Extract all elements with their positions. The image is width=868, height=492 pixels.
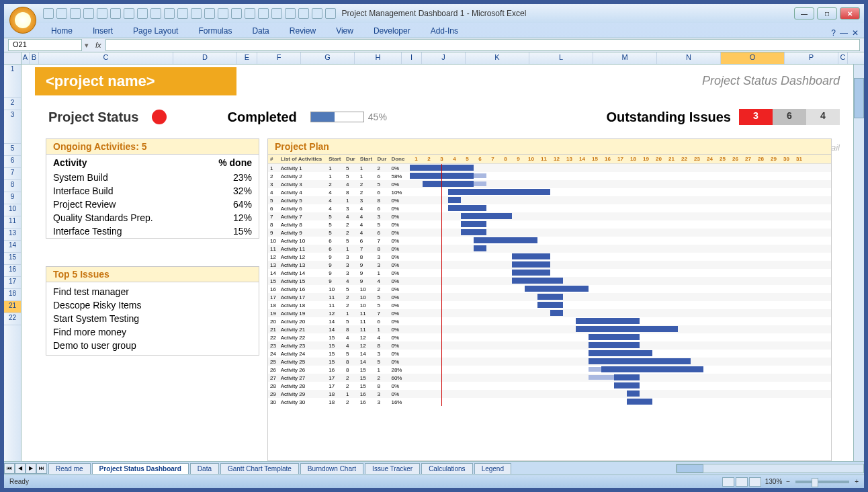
row-header[interactable]: 15 [4,253,21,265]
qat-btn[interactable] [285,8,296,19]
row-header[interactable]: 3 [4,110,21,144]
cells-grid[interactable]: <project name> Project Status Dashboard … [21,65,853,461]
row-header[interactable]: 18 [4,289,21,301]
row-header[interactable]: 5 [4,144,21,156]
col-header[interactable]: D [173,52,237,64]
sheet-tab[interactable]: Gantt Chart Template [220,463,299,474]
select-all-corner[interactable] [4,52,21,64]
qat-btn[interactable] [231,8,242,19]
normal-view-icon[interactable] [722,477,734,487]
project-name-cell[interactable]: <project name> [35,67,236,95]
maximize-button[interactable]: □ [817,7,837,19]
zoom-out-icon[interactable]: − [786,478,790,485]
row-header[interactable]: 22 [4,313,21,325]
row-header[interactable]: 2 [4,98,21,110]
qat-btn[interactable] [312,8,322,19]
col-header[interactable]: C [39,52,173,64]
zoom-slider[interactable] [795,481,849,483]
office-button[interactable] [9,7,36,34]
col-header[interactable]: M [593,52,657,64]
ribbon-tab-review[interactable]: Review [280,24,325,38]
col-header[interactable]: G [301,52,355,64]
tab-last-icon[interactable]: ⏭ [36,463,47,474]
ribbon-tab-home[interactable]: Home [42,24,82,38]
qat-btn[interactable] [271,8,282,19]
qat-btn[interactable] [124,8,134,19]
sheet-tab[interactable]: Data [190,463,219,474]
qat-btn[interactable] [83,8,94,19]
sheet-tab[interactable]: Project Status Dashboard [92,463,189,474]
namebox-dropdown-icon[interactable]: ▾ [82,41,91,50]
row-header[interactable]: 21 [4,301,21,313]
page-break-view-icon[interactable] [749,477,761,487]
tab-first-icon[interactable]: ⏮ [4,463,15,474]
col-header[interactable]: A [21,52,30,64]
col-header[interactable]: I [402,52,422,64]
sheet-tab[interactable]: Burndown Chart [300,463,363,474]
ribbon-tab-formulas[interactable]: Formulas [189,24,241,38]
row-header[interactable]: 8 [4,180,21,192]
row-header[interactable]: 7 [4,168,21,180]
col-header[interactable]: H [355,52,402,64]
col-header[interactable]: P [785,52,838,64]
workbook-close-icon[interactable]: ✕ [852,28,859,38]
row-header[interactable]: 9 [4,192,21,204]
col-header[interactable]: K [466,52,529,64]
col-header[interactable]: O [721,52,785,64]
col-header[interactable]: L [529,52,593,64]
row-header[interactable]: 1 [4,65,21,98]
project-plan-panel[interactable]: Project Plan #List of ActivitiesStartDur… [267,138,832,461]
qat-btn[interactable] [177,8,188,19]
sheet-tab[interactable]: Calculations [421,463,472,474]
vertical-scrollbar[interactable] [853,65,864,461]
col-header[interactable]: F [257,52,301,64]
sheet-tab[interactable]: Issue Tracker [365,463,420,474]
qat-btn[interactable] [204,8,215,19]
row-header[interactable]: 16 [4,265,21,277]
ribbon-tab-data[interactable]: Data [243,24,278,38]
qat-save-icon[interactable] [43,8,54,19]
row-header[interactable]: 6 [4,156,21,168]
qat-btn[interactable] [325,8,336,19]
formula-bar[interactable] [105,39,860,51]
ribbon-tab-add-ins[interactable]: Add-Ins [421,24,468,38]
qat-redo-icon[interactable] [70,8,81,19]
row-header[interactable]: 14 [4,241,21,253]
ribbon-minimize-icon[interactable]: — [840,28,848,38]
col-header[interactable]: N [657,52,721,64]
row-header[interactable]: 11 [4,216,21,229]
fx-icon[interactable]: fx [91,41,105,49]
col-header[interactable]: C [838,52,848,64]
name-box[interactable]: O21 [8,39,82,51]
qat-btn[interactable] [97,8,107,19]
col-header[interactable]: B [30,52,39,64]
ribbon-tab-insert[interactable]: Insert [83,24,122,38]
horizontal-scrollbar[interactable] [676,464,864,473]
row-header[interactable]: 10 [4,204,21,216]
qat-btn[interactable] [137,8,148,19]
page-layout-view-icon[interactable] [736,477,748,487]
row-header[interactable]: 17 [4,277,21,289]
tab-prev-icon[interactable]: ◀ [15,463,26,474]
ribbon-tab-view[interactable]: View [327,24,363,38]
ribbon-tab-developer[interactable]: Developer [364,24,420,38]
tab-next-icon[interactable]: ▶ [26,463,36,474]
zoom-percent[interactable]: 130% [765,478,783,485]
ribbon-tab-page-layout[interactable]: Page Layout [124,24,187,38]
zoom-in-icon[interactable]: + [855,478,859,485]
qat-btn[interactable] [164,8,175,19]
sheet-tab[interactable]: Read me [48,463,91,474]
sheet-tab[interactable]: Legend [474,463,511,474]
qat-undo-icon[interactable] [56,8,67,19]
row-header[interactable]: 13 [4,229,21,241]
qat-btn[interactable] [218,8,228,19]
qat-btn[interactable] [258,8,269,19]
col-header[interactable]: E [237,52,257,64]
qat-btn[interactable] [191,8,202,19]
help-icon[interactable]: ? [831,28,836,38]
qat-btn[interactable] [298,8,309,19]
close-button[interactable]: ✕ [840,7,860,19]
col-header[interactable]: J [422,52,466,64]
qat-btn[interactable] [150,8,161,19]
qat-btn[interactable] [245,8,255,19]
